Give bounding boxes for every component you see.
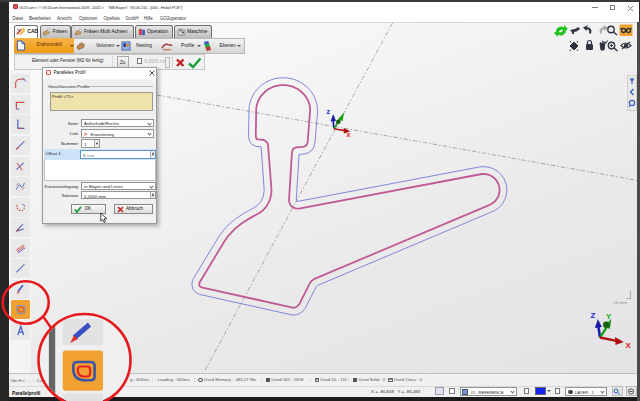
- svg-text:X: X: [626, 341, 632, 350]
- svg-text:z: z: [327, 108, 331, 115]
- svg-text:Z: Z: [591, 311, 596, 320]
- svg-text:10 mm: 10 mm: [614, 300, 628, 305]
- svg-text:x: x: [347, 131, 351, 138]
